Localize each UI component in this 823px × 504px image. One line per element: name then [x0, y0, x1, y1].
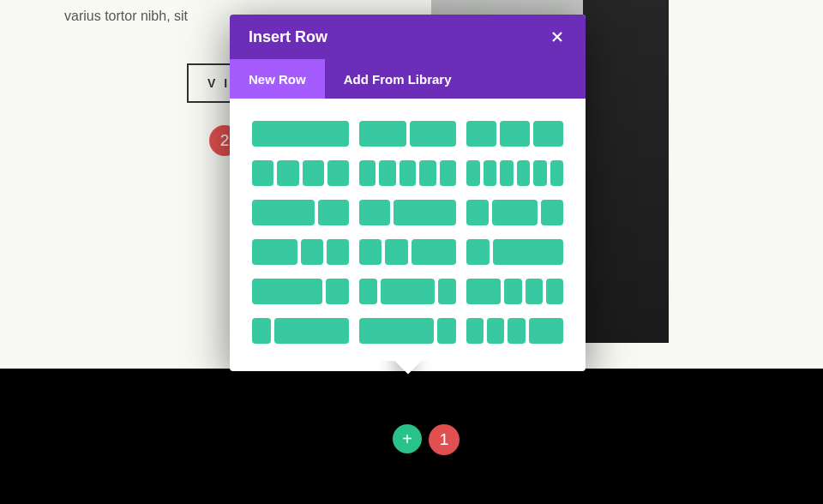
annotation-step-1: 1	[429, 424, 460, 455]
layout-grid	[252, 121, 563, 344]
layout-option-1[interactable]	[359, 121, 456, 147]
layout-option-2[interactable]	[466, 121, 563, 147]
layout-option-17[interactable]	[466, 318, 563, 344]
modal-tabs: New Row Add From Library	[230, 59, 586, 99]
layout-option-8[interactable]	[466, 200, 563, 225]
layout-option-9[interactable]	[252, 239, 349, 265]
layout-option-3[interactable]	[252, 160, 349, 186]
close-button[interactable]	[548, 27, 567, 46]
modal-header: Insert Row	[230, 15, 586, 59]
modal-body	[230, 99, 586, 371]
layout-option-15[interactable]	[252, 318, 349, 344]
layout-option-14[interactable]	[466, 279, 563, 304]
close-icon	[550, 30, 564, 44]
hero-image-shadow	[583, 0, 669, 343]
layout-option-12[interactable]	[252, 279, 349, 304]
tab-library[interactable]: Add From Library	[325, 59, 471, 99]
body-text-fragment: varius tortor nibh, sit	[64, 9, 188, 24]
layout-option-11[interactable]	[466, 239, 563, 265]
modal-title: Insert Row	[249, 28, 327, 46]
layout-option-13[interactable]	[359, 279, 456, 304]
plus-icon: +	[402, 429, 412, 449]
layout-option-6[interactable]	[252, 200, 349, 225]
layout-option-0[interactable]	[252, 121, 349, 147]
insert-row-modal: Insert Row New Row Add From Library	[230, 15, 586, 371]
layout-option-10[interactable]	[359, 239, 456, 265]
add-section-button[interactable]: +	[393, 424, 422, 453]
layout-option-5[interactable]	[466, 160, 563, 186]
layout-option-7[interactable]	[359, 200, 456, 225]
layout-option-4[interactable]	[359, 160, 456, 186]
tab-new-row[interactable]: New Row	[230, 59, 325, 99]
layout-option-16[interactable]	[359, 318, 456, 344]
